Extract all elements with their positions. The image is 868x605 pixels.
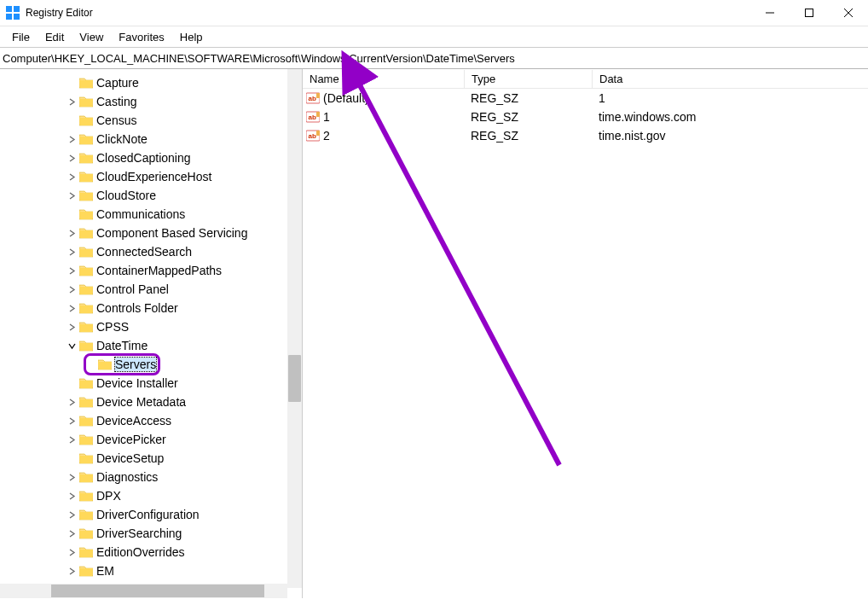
- svg-rect-10: [316, 93, 320, 98]
- cell-type: REG_SZ: [464, 110, 592, 124]
- expander-icon[interactable]: [67, 153, 78, 164]
- expander-icon[interactable]: [67, 547, 78, 558]
- tree-item[interactable]: Device Metadata: [0, 393, 302, 411]
- tree-item[interactable]: Servers: [0, 355, 302, 374]
- horizontal-scrollbar[interactable]: [0, 584, 287, 598]
- expander-icon[interactable]: [67, 397, 78, 408]
- folder-icon: [79, 208, 93, 220]
- svg-text:ab: ab: [309, 132, 316, 140]
- folder-icon: [79, 396, 93, 408]
- menu-favorites[interactable]: Favorites: [111, 29, 171, 45]
- svg-rect-13: [316, 112, 320, 117]
- folder-icon: [79, 227, 93, 239]
- expander-icon[interactable]: [67, 247, 78, 258]
- tree-item[interactable]: Diagnostics: [0, 468, 302, 486]
- folder-icon: [79, 114, 93, 126]
- menu-edit[interactable]: Edit: [38, 29, 72, 45]
- tree-item-label: DevicePicker: [96, 433, 166, 446]
- tree-item[interactable]: EditionOverrides: [0, 543, 302, 561]
- tree-item[interactable]: DPX: [0, 486, 302, 505]
- tree-item-label: DriverConfiguration: [96, 508, 200, 521]
- expander-icon[interactable]: [67, 134, 78, 145]
- folder-icon: [79, 302, 93, 314]
- expander-icon[interactable]: [67, 509, 78, 521]
- expander-icon[interactable]: [67, 190, 78, 201]
- expander-icon[interactable]: [67, 265, 78, 276]
- expander-icon[interactable]: [67, 96, 78, 108]
- expander-icon[interactable]: [67, 228, 78, 239]
- list-row[interactable]: ab2REG_SZtime.nist.gov: [303, 126, 868, 145]
- menu-help[interactable]: Help: [172, 29, 211, 45]
- svg-rect-5: [806, 9, 813, 17]
- tree-item[interactable]: CloudExperienceHost: [0, 167, 302, 186]
- tree-item[interactable]: Census: [0, 111, 302, 130]
- menu-bar: File Edit View Favorites Help: [0, 26, 868, 48]
- scrollbar-thumb-h[interactable]: [51, 585, 264, 597]
- svg-rect-3: [14, 14, 20, 20]
- list-row[interactable]: ab(Default)REG_SZ1: [303, 89, 868, 108]
- tree-item[interactable]: Component Based Servicing: [0, 224, 302, 242]
- tree-item-label: Capture: [96, 76, 139, 90]
- col-type[interactable]: Type: [465, 70, 593, 88]
- tree-item[interactable]: Capture: [0, 73, 302, 92]
- list-row[interactable]: ab1REG_SZtime.windows.com: [303, 108, 868, 126]
- tree-item[interactable]: ConnectedSearch: [0, 242, 302, 261]
- title-bar: Registry Editor: [0, 0, 868, 26]
- tree-item[interactable]: CloudStore: [0, 186, 302, 205]
- string-value-icon: ab: [306, 91, 320, 105]
- expander-icon[interactable]: [67, 416, 78, 427]
- maximize-button[interactable]: [790, 0, 829, 26]
- folder-icon: [79, 171, 93, 183]
- expander-icon[interactable]: [67, 172, 78, 183]
- expander-icon[interactable]: [67, 284, 78, 295]
- expander-icon[interactable]: [67, 528, 78, 539]
- tree-item[interactable]: DeviceSetup: [0, 449, 302, 468]
- folder-icon: [79, 527, 93, 539]
- tree-pane: CaptureCastingCensusClickNoteClosedCapti…: [0, 69, 303, 598]
- tree-item[interactable]: DateTime: [0, 336, 302, 355]
- close-button[interactable]: [829, 0, 868, 26]
- address-bar[interactable]: Computer\HKEY_LOCAL_MACHINE\SOFTWARE\Mic…: [0, 48, 868, 69]
- tree-item-label: Servers: [115, 358, 156, 371]
- col-data[interactable]: Data: [593, 70, 868, 88]
- scrollbar-thumb[interactable]: [288, 355, 301, 402]
- expander-icon[interactable]: [67, 472, 78, 483]
- expander-icon[interactable]: [67, 303, 78, 314]
- cell-type: REG_SZ: [464, 91, 592, 105]
- tree-item[interactable]: Communications: [0, 205, 302, 224]
- tree-item[interactable]: Device Installer: [0, 374, 302, 393]
- col-name[interactable]: Name: [303, 70, 465, 88]
- tree-item[interactable]: Controls Folder: [0, 299, 302, 317]
- tree-scroll[interactable]: CaptureCastingCensusClickNoteClosedCapti…: [0, 69, 302, 588]
- expander-icon[interactable]: [67, 340, 78, 352]
- cell-name: (Default): [323, 91, 464, 105]
- expander-icon[interactable]: [67, 566, 78, 577]
- folder-icon: [79, 415, 93, 427]
- expander-icon[interactable]: [67, 322, 78, 333]
- tree-item[interactable]: ContainerMappedPaths: [0, 261, 302, 280]
- expander-icon[interactable]: [67, 491, 78, 502]
- tree-item[interactable]: EM: [0, 561, 302, 580]
- tree-item[interactable]: ClosedCaptioning: [0, 148, 302, 167]
- tree-item-label: DriverSearching: [96, 526, 182, 540]
- tree-item[interactable]: CPSS: [0, 317, 302, 336]
- vertical-scrollbar[interactable]: [287, 69, 302, 588]
- tree-item[interactable]: DriverSearching: [0, 524, 302, 543]
- folder-icon: [79, 189, 93, 201]
- folder-icon: [79, 471, 93, 483]
- list-header: Name Type Data: [303, 70, 868, 89]
- folder-icon: [98, 358, 112, 370]
- menu-file[interactable]: File: [4, 29, 38, 45]
- tree-item[interactable]: DeviceAccess: [0, 411, 302, 430]
- expander-icon[interactable]: [67, 434, 78, 445]
- tree-item[interactable]: DriverConfiguration: [0, 505, 302, 524]
- folder-icon: [79, 265, 93, 276]
- svg-rect-2: [6, 14, 12, 20]
- minimize-button[interactable]: [750, 0, 790, 26]
- tree-item[interactable]: Casting: [0, 92, 302, 111]
- tree-item[interactable]: ClickNote: [0, 130, 302, 148]
- tree-item[interactable]: Control Panel: [0, 280, 302, 299]
- folder-icon: [79, 77, 93, 89]
- tree-item[interactable]: DevicePicker: [0, 430, 302, 449]
- menu-view[interactable]: View: [72, 29, 111, 45]
